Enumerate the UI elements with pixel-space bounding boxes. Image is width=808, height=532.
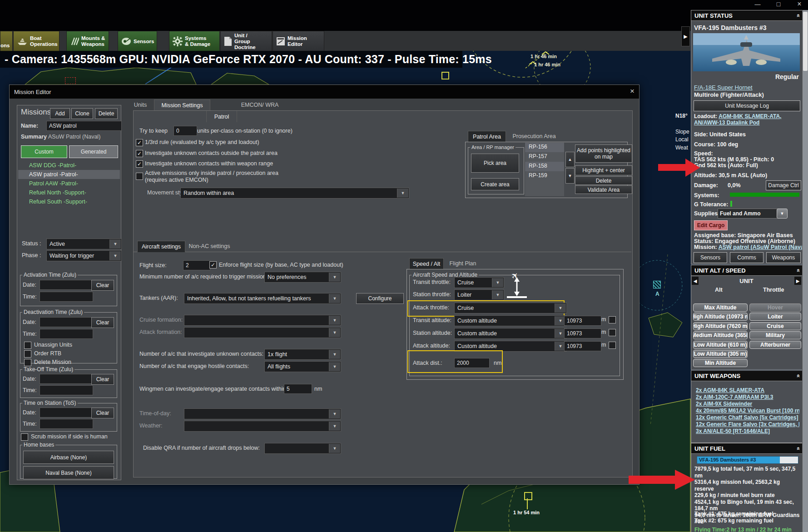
unit-nav-right-button[interactable]: ▶ xyxy=(794,277,801,285)
medium-altitude-button[interactable]: Medium Altitude (3658 xyxy=(693,331,748,339)
tab-aircraft-settings[interactable]: Aircraft settings xyxy=(137,241,185,252)
dialog-close-button[interactable]: × xyxy=(630,87,635,96)
filter-generated-button[interactable]: Generated xyxy=(69,145,118,158)
map-waypoint-icon[interactable] xyxy=(524,492,532,500)
throttle-afterburner-button[interactable]: Afterburner xyxy=(749,341,801,349)
mission-list-item[interactable]: Refuel North -Support- xyxy=(18,188,120,197)
tab-flight-plan[interactable]: Flight Plan xyxy=(445,258,481,269)
toolbar-unit-doctrine-button[interactable]: Unit / Group Doctrine xyxy=(220,31,272,52)
tab-emcon-wra[interactable]: EMCON/ WRA xyxy=(235,99,285,110)
clone-mission-button[interactable]: Clone xyxy=(71,108,93,119)
add-points-button[interactable]: Add points highlighted on map xyxy=(575,144,632,163)
weather-dropdown[interactable]: ▼ xyxy=(184,421,341,432)
one-third-rule-checkbox[interactable] xyxy=(136,139,143,146)
tab-non-ac-settings[interactable]: Non-AC settings xyxy=(186,241,233,252)
throttle-hover-button[interactable]: Hover xyxy=(749,303,801,312)
toolbar-mounts-weapons-button[interactable]: Mounts & Weapons xyxy=(66,31,109,52)
delete-mission-button[interactable]: Delete xyxy=(95,108,118,119)
rp-list-item[interactable]: RP-158 xyxy=(525,162,564,171)
toolbar-mission-editor-button[interactable]: Mission Editor xyxy=(273,31,324,52)
status-dropdown[interactable]: Active ▼ xyxy=(46,239,122,249)
attack-throttle-dropdown[interactable]: Cruise ▼ xyxy=(454,303,567,313)
dialog-titlebar[interactable]: Mission Editor xyxy=(10,85,639,99)
order-rtb-checkbox[interactable] xyxy=(24,350,31,358)
low-altitude-305-button[interactable]: Low Altitude (305 m) xyxy=(693,350,748,358)
collapse-icon[interactable]: » xyxy=(794,14,801,17)
time-of-day-dropdown[interactable]: ▼ xyxy=(184,408,341,419)
transit-altitude-input[interactable]: 10973 xyxy=(564,316,601,326)
collapse-icon[interactable]: » xyxy=(794,447,801,450)
attack-altitude-checkbox[interactable] xyxy=(609,342,616,349)
max-altitude-button[interactable]: Max Altitude xyxy=(693,303,748,312)
weapon-link[interactable]: 2x AGM-84K SLAMER-ATA xyxy=(696,387,799,393)
throttle-military-button[interactable]: Military xyxy=(749,331,801,339)
rp-move-down-button[interactable]: ▼ xyxy=(565,168,575,184)
tab-prosecution-area[interactable]: Prosecution Area xyxy=(506,131,562,142)
disable-qra-dropdown[interactable]: ▼ xyxy=(264,443,341,454)
tab-patrol[interactable]: Patrol xyxy=(206,111,237,122)
mission-list-item[interactable]: Patrol AAW -Patrol- xyxy=(18,179,120,188)
create-area-button[interactable]: Create area xyxy=(471,178,519,190)
close-window-button[interactable]: × xyxy=(792,0,807,8)
rp-list-item[interactable]: RP-159 xyxy=(525,171,564,181)
tos-clear-button[interactable]: Clear xyxy=(91,408,114,418)
tankers-dropdown[interactable]: Inherited, Allow, but not tankers refuel… xyxy=(184,293,341,304)
phase-dropdown[interactable]: Waiting for trigger ▼ xyxy=(46,250,122,261)
tab-units[interactable]: Units xyxy=(129,99,152,110)
weapon-link[interactable]: 3x AN/ALE-50 [RT-1646/ALE] xyxy=(696,428,799,434)
tab-mission-settings[interactable]: Mission Settings xyxy=(154,99,210,111)
map-contact-icon[interactable] xyxy=(653,281,661,288)
weapon-link[interactable]: 2x AIM-120C-7 AMRAAM P3I.3 xyxy=(696,394,799,400)
mission-list-item-selected[interactable]: ASW patrol -Patrol- xyxy=(18,170,120,179)
deactivation-time-input[interactable] xyxy=(40,329,93,339)
throttle-cruise-button[interactable]: Cruise xyxy=(749,322,801,330)
unit-weapons-header[interactable]: UNIT WEAPONS » xyxy=(691,371,803,381)
wingmen-distance-input[interactable]: 5 xyxy=(284,384,312,394)
delete-area-button[interactable]: Delete xyxy=(575,176,632,185)
flight-size-input[interactable]: 2 xyxy=(183,260,210,270)
transit-altitude-dropdown[interactable]: Custom altitude ▼ xyxy=(454,315,567,326)
map-waypoint-icon[interactable] xyxy=(441,72,449,80)
transit-altitude-checkbox[interactable] xyxy=(609,316,616,323)
throttle-loiter-button[interactable]: Loiter xyxy=(749,313,801,321)
cruise-formation-dropdown[interactable]: ▼ xyxy=(184,315,341,326)
unassign-units-checkbox[interactable] xyxy=(24,342,31,349)
supplies-dropdown[interactable]: Fuel and Ammo xyxy=(718,209,779,219)
delete-mission-checkbox[interactable] xyxy=(24,359,31,366)
toolbar-boat-operations-button[interactable]: Boat Operations xyxy=(13,31,59,52)
station-altitude-input[interactable]: 10973 xyxy=(564,328,601,338)
mission-name-input[interactable]: ASW patrol xyxy=(46,121,122,131)
enforce-flight-size-checkbox[interactable] xyxy=(209,261,217,268)
unit-message-log-button[interactable]: Unit Message Log xyxy=(694,100,800,111)
investigate-weapon-range-checkbox[interactable] xyxy=(136,160,143,168)
toolbar-systems-damage-button[interactable]: Systems & Damage xyxy=(169,31,220,52)
takeoff-time-input[interactable] xyxy=(40,385,93,395)
try-keep-input[interactable]: 0 xyxy=(173,126,197,136)
engage-count-dropdown[interactable]: All flights ▼ xyxy=(264,361,341,372)
attack-formation-dropdown[interactable]: ▼ xyxy=(184,327,341,338)
sidebar-expander-button[interactable]: ▶ xyxy=(681,26,690,46)
attack-dist-input[interactable]: 2000 xyxy=(454,358,490,368)
rp-list-item[interactable]: RP-157 xyxy=(525,152,564,162)
attack-altitude-dropdown[interactable]: Custom altitude ▼ xyxy=(454,341,567,352)
validate-area-button[interactable]: Validate Area xyxy=(575,185,632,194)
station-throttle-dropdown[interactable]: Loiter ▼ xyxy=(454,289,504,300)
unit-class-link[interactable]: F/A-18E Super Hornet xyxy=(694,84,753,91)
weapon-link[interactable]: 4x 20mm/85 M61A2 Vulcan Burst [100 rnds] xyxy=(696,408,799,414)
investigate-outside-checkbox[interactable] xyxy=(136,150,143,157)
supplies-dropdown-arrow[interactable]: ▼ xyxy=(777,209,788,219)
airbase-button[interactable]: Airbase (None) xyxy=(23,451,114,464)
naval-base-button[interactable]: Naval Base (None) xyxy=(23,466,114,479)
scrollbar-thumb[interactable] xyxy=(803,12,808,71)
damage-ctrl-button[interactable]: Damage Ctrl xyxy=(766,180,801,190)
add-mission-button[interactable]: Add xyxy=(50,108,70,119)
activation-date-input[interactable] xyxy=(40,280,93,290)
low-altitude-610-button[interactable]: Low Altitude (610 m) xyxy=(693,341,748,349)
takeoff-date-input[interactable] xyxy=(40,374,93,384)
pick-area-button[interactable]: Pick area xyxy=(471,154,519,173)
toolbar-partial-button[interactable]: ons xyxy=(0,31,13,52)
takeoff-clear-button[interactable]: Clear xyxy=(91,374,114,385)
maximize-button[interactable]: □ xyxy=(771,0,786,9)
unit-status-header[interactable]: UNIT STATUS » xyxy=(691,10,803,21)
weapons-button[interactable]: Weapons xyxy=(766,252,801,263)
